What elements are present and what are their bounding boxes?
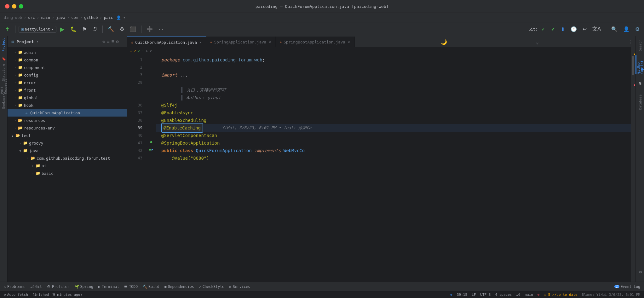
prev-error-button[interactable]: ∧ xyxy=(146,49,148,53)
stop-button[interactable]: ⬛ xyxy=(128,25,138,33)
breadcrumb-item[interactable]: main xyxy=(41,15,50,20)
tree-item-component[interactable]: › 📁 component xyxy=(8,64,127,71)
tab-SpringApplication[interactable]: ☕ SpringApplication.java ✕ xyxy=(206,37,276,47)
breadcrumb-item[interactable]: com xyxy=(71,15,78,20)
bottom-tab-terminal[interactable]: ▶ Terminal xyxy=(98,284,119,289)
collapse-all-icon[interactable]: ≣ xyxy=(112,39,114,44)
gutter-1 xyxy=(146,55,156,62)
tree-item-java[interactable]: ∨ 📁 java xyxy=(8,147,127,154)
bottom-tab-checkstyle[interactable]: ✓ CheckStyle xyxy=(199,284,224,289)
bottom-tab-dependencies[interactable]: ◉ Dependencies xyxy=(164,284,194,289)
sidebar-item-bookmarks2[interactable]: Bookmarks xyxy=(0,94,7,106)
locate-icon[interactable]: ⊕ xyxy=(102,39,105,44)
tab-SpringBootApplication[interactable]: ☕ SpringBootApplication.java ✕ xyxy=(276,37,355,47)
status-branch[interactable]: main xyxy=(525,293,533,297)
code-editor[interactable]: package com.github.paicoding.forum.web ;… xyxy=(156,55,631,282)
bottom-tab-todo[interactable]: ☰ TODO xyxy=(124,284,138,289)
minimize-button[interactable] xyxy=(12,4,16,9)
right-tool-maven[interactable]: m xyxy=(635,74,644,93)
tree-item-common[interactable]: › 📁 common xyxy=(8,56,127,64)
right-tool-search[interactable]: Search xyxy=(635,36,644,55)
tree-item-config[interactable]: › 📁 config xyxy=(8,71,127,79)
right-tool-github-copilot[interactable]: GitHub Copilot xyxy=(635,55,644,74)
tree-item-resources-env[interactable]: › 📂 resources-env xyxy=(8,124,127,132)
tree-item-test[interactable]: ∨ 📂 test xyxy=(8,132,127,139)
git-update-button[interactable]: ✔ xyxy=(549,25,557,33)
dark-mode-toggle[interactable]: 🌙 xyxy=(438,37,450,47)
status-indent[interactable]: 4 spaces xyxy=(495,293,512,297)
tab-close-button[interactable]: ✕ xyxy=(347,40,351,44)
git-history-button[interactable]: 🕐 xyxy=(569,25,579,33)
maximize-button[interactable] xyxy=(19,4,23,9)
close-button[interactable] xyxy=(5,4,9,9)
status-encoding[interactable]: UTF-8 xyxy=(480,293,491,297)
breadcrumb-more[interactable]: 👤 ▾ xyxy=(116,15,125,20)
breadcrumb-item[interactable]: src xyxy=(28,15,35,20)
translate-button[interactable]: 文A xyxy=(590,25,603,34)
next-error-button[interactable]: ∨ xyxy=(150,49,152,53)
status-copilot[interactable]: ⊕ xyxy=(450,293,452,297)
breadcrumb-item[interactable]: github xyxy=(84,15,98,20)
expand-all-icon[interactable]: ≡ xyxy=(107,39,109,44)
status-warnings[interactable]: △ 5 △/up-to-date xyxy=(544,293,578,297)
folder-icon: 📂 xyxy=(18,125,23,130)
search-everywhere-button[interactable]: 🔍 xyxy=(609,25,619,33)
tree-item-front[interactable]: › 📁 front xyxy=(8,86,127,94)
git-revert-button[interactable]: ↩ xyxy=(581,25,589,33)
tree-item-groovy[interactable]: › 📁 groovy xyxy=(8,139,127,147)
tree-item-ai[interactable]: › 📁 ai xyxy=(8,162,127,169)
tree-item-basic[interactable]: › 📁 basic xyxy=(8,169,127,177)
more-actions-button[interactable]: ⋯ xyxy=(157,25,165,33)
folder-icon: 📁 xyxy=(18,57,23,62)
sidebar-item-pullreq[interactable]: Pull Requests xyxy=(0,80,7,93)
vcs-update-button[interactable] xyxy=(3,25,12,33)
bottom-tab-build[interactable]: 🔨 Build xyxy=(143,284,159,289)
reload-button[interactable]: ♻ xyxy=(118,25,126,33)
profile-button[interactable]: ⏱ xyxy=(90,25,99,33)
run-button[interactable]: ▶ xyxy=(58,25,66,34)
build-button[interactable]: 🔨 xyxy=(106,25,116,33)
breadcrumb-item[interactable]: paic xyxy=(104,15,113,20)
tree-item-package-test[interactable]: › 📂 com.github.paicoding.forum.test xyxy=(8,154,127,162)
tree-item-global[interactable]: › 📁 global xyxy=(8,94,127,101)
right-tool-database[interactable]: Database xyxy=(635,93,644,112)
tree-item-resources[interactable]: › 📂 resources xyxy=(8,117,127,124)
status-line-ending[interactable]: LF xyxy=(472,293,476,297)
coverage-button[interactable]: ⚑ xyxy=(80,25,89,33)
bottom-tab-spring[interactable]: 🌱 Spring xyxy=(75,284,94,289)
editor-scrollbar[interactable] xyxy=(631,47,635,282)
scrollbar-thumb[interactable] xyxy=(632,56,634,75)
settings-button[interactable]: ⚙ xyxy=(633,25,641,33)
bottom-tab-profiler[interactable]: ⏱ Profiler xyxy=(47,284,69,289)
status-position[interactable]: 39:15 xyxy=(457,293,467,297)
debug-button[interactable]: 🐛 xyxy=(68,25,78,33)
tab-close-button[interactable]: ✕ xyxy=(199,40,202,45)
bottom-tab-git[interactable]: ⎇ Git xyxy=(30,284,42,289)
settings-icon[interactable]: ⚙ xyxy=(116,39,118,44)
tree-item-QuickForumApplication[interactable]: ☕ QuickForumApplication xyxy=(8,109,127,117)
sidebar-item-bookmark[interactable]: 🔖 xyxy=(0,52,7,65)
breadcrumb-item[interactable]: java xyxy=(56,15,65,20)
tree-item-admin[interactable]: › 📁 admin xyxy=(8,49,127,56)
git-fetch-button[interactable]: ✓ xyxy=(539,25,547,33)
tab-QuickForumApplication[interactable]: ☕ QuickForumApplication.java ✕ xyxy=(127,37,206,47)
sidebar-item-project[interactable]: Project xyxy=(0,38,7,51)
close-panel-icon[interactable]: — xyxy=(121,39,123,44)
tab-more-button[interactable]: ⋮ xyxy=(625,37,635,47)
tree-item-error[interactable]: › 📁 error xyxy=(8,79,127,86)
tab-close-button[interactable]: ✕ xyxy=(268,40,272,44)
right-tool-d[interactable]: D xyxy=(635,263,644,282)
sidebar-item-structure[interactable]: Structure xyxy=(0,66,7,79)
tree-item-hook[interactable]: › 📁 hook xyxy=(8,101,127,109)
panel-dropdown-icon[interactable]: ▾ xyxy=(36,39,38,44)
run-config-selector[interactable]: ▣ NettyClient ▾ xyxy=(19,26,56,33)
git-push-button[interactable]: ⬆ xyxy=(559,25,567,33)
bottom-tab-services[interactable]: ▷ Services xyxy=(229,284,250,289)
add-config-button[interactable]: ➕ xyxy=(145,25,155,33)
bottom-tab-problems[interactable]: ⚠ Problems xyxy=(4,284,25,289)
account-button[interactable]: 👤 xyxy=(621,25,631,33)
breadcrumb-item[interactable]: ding-web xyxy=(4,15,22,20)
bottom-tab-eventlog[interactable]: 2 Event Log xyxy=(614,284,640,289)
terminal-icon: ▶ xyxy=(98,284,101,289)
tab-list-button[interactable]: ⌄ xyxy=(533,37,542,47)
